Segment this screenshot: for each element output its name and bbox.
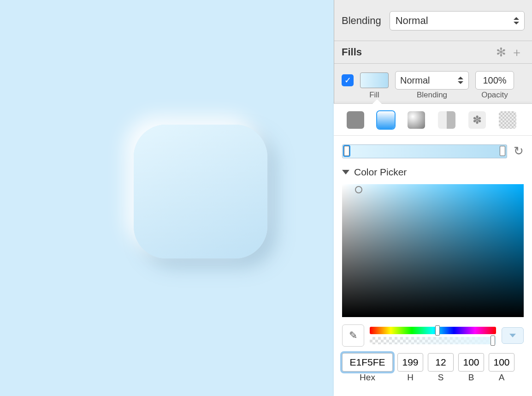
fills-title: Fills	[342, 46, 493, 58]
fill-blend-value: Normal	[400, 75, 430, 86]
color-value-labels: Hex H S B A	[334, 372, 532, 383]
chevron-down-icon	[509, 334, 516, 337]
fill-type-image-icon[interactable]: ✽	[468, 111, 486, 129]
fill-type-noise-icon[interactable]	[499, 111, 516, 129]
sublabel-fill: Fill	[360, 90, 389, 100]
fill-type-angular-icon[interactable]	[438, 111, 455, 129]
fill-enabled-checkbox[interactable]: ✓	[342, 74, 354, 86]
select-stepper-icon	[457, 75, 464, 86]
gradient-stop-left[interactable]	[344, 146, 349, 156]
neumorphic-shape[interactable]	[134, 125, 267, 258]
plus-icon[interactable]: ＋	[509, 44, 525, 60]
blending-select-value: Normal	[396, 15, 428, 27]
fill-type-radial-icon[interactable]	[408, 111, 425, 129]
fill-blend-select[interactable]: Normal	[395, 71, 469, 90]
hue-slider[interactable]	[370, 327, 496, 334]
hex-label: Hex	[342, 372, 393, 383]
sublabel-opacity: Opacity	[475, 90, 514, 100]
color-popover: ✽ ↻ Color Picker ✎ E1F5FE	[334, 103, 532, 396]
gradient-stop-right[interactable]	[500, 146, 505, 156]
fill-type-linear-icon[interactable]	[377, 111, 395, 129]
hue-input[interactable]: 199	[397, 353, 423, 372]
brightness-input[interactable]: 100	[458, 353, 484, 372]
eyedropper-button[interactable]: ✎	[342, 324, 364, 347]
color-value-inputs: E1F5FE 199 12 100 100	[334, 347, 532, 372]
saturation-input[interactable]: 12	[428, 353, 454, 372]
a-label: A	[489, 372, 514, 383]
alpha-input[interactable]: 100	[489, 353, 514, 372]
fill-sublabels: Fill Blending Opacity	[334, 90, 532, 100]
b-label: B	[458, 372, 484, 383]
gradient-bar-row: ↻	[334, 136, 532, 162]
eyedropper-icon: ✎	[349, 330, 357, 342]
fill-entry-row: ✓ Normal 100%	[334, 64, 532, 90]
gear-icon[interactable]: ✻	[493, 45, 509, 60]
select-stepper-icon	[513, 15, 520, 26]
fill-color-swatch[interactable]	[360, 72, 389, 88]
fills-section-header: Fills ✻ ＋	[334, 41, 532, 64]
fill-opacity-value: 100%	[483, 75, 506, 86]
h-label: H	[397, 372, 423, 383]
alpha-slider-handle[interactable]	[491, 336, 495, 346]
hue-slider-handle[interactable]	[435, 325, 440, 336]
blending-row: Blending Normal	[334, 0, 532, 41]
color-cursor[interactable]	[355, 186, 362, 193]
color-picker-title: Color Picker	[354, 167, 407, 178]
disclosure-triangle-icon	[342, 170, 349, 174]
alpha-slider[interactable]	[370, 337, 496, 344]
fill-type-row: ✽	[334, 104, 532, 136]
blending-select[interactable]: Normal	[390, 11, 525, 30]
blending-label: Blending	[342, 15, 381, 27]
design-canvas[interactable]	[0, 0, 334, 396]
hex-input[interactable]: E1F5FE	[342, 353, 393, 372]
expand-swatches-button[interactable]	[502, 327, 524, 344]
s-label: S	[428, 372, 454, 383]
fill-type-solid-icon[interactable]	[347, 111, 364, 129]
sublabel-blending: Blending	[395, 90, 469, 100]
saturation-brightness-box[interactable]	[342, 184, 524, 317]
slider-row: ✎	[334, 322, 532, 347]
gradient-bar[interactable]	[342, 144, 507, 158]
color-picker-header[interactable]: Color Picker	[334, 162, 532, 182]
fill-opacity-input[interactable]: 100%	[475, 71, 514, 90]
rotate-gradient-icon[interactable]: ↻	[514, 144, 524, 158]
